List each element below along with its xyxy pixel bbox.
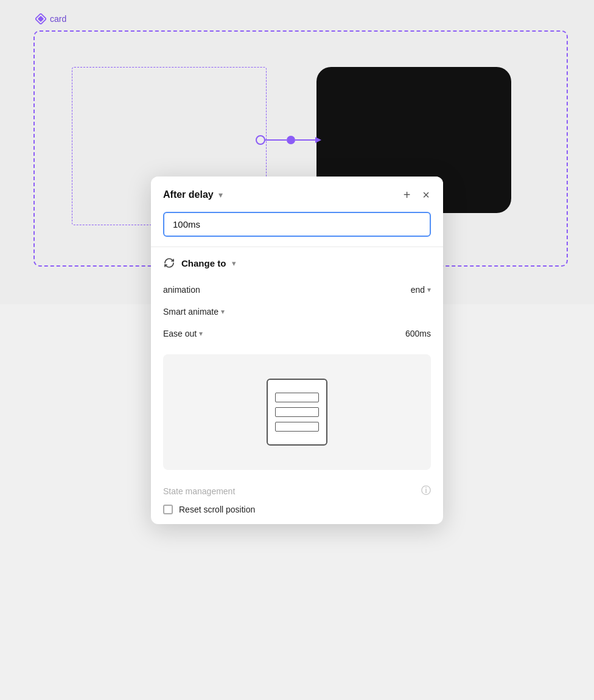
ease-row: Ease out ▾ 600ms bbox=[163, 323, 431, 345]
preview-box bbox=[163, 354, 431, 470]
animation-value-text: end bbox=[411, 285, 425, 295]
popup-header: After delay ▾ + × bbox=[151, 177, 443, 212]
preview-bar-1 bbox=[275, 393, 319, 402]
state-section: State management ⓘ Reset scroll position bbox=[151, 480, 443, 524]
card-title: card bbox=[50, 14, 66, 24]
popup-title: After delay bbox=[163, 189, 214, 200]
sync-icon bbox=[163, 257, 175, 269]
reset-scroll-checkbox[interactable] bbox=[163, 505, 173, 514]
add-button[interactable]: + bbox=[402, 187, 412, 202]
change-to-label: Change to bbox=[181, 258, 226, 268]
state-management-label: State management bbox=[163, 486, 235, 496]
smart-animate-chevron: ▾ bbox=[221, 307, 225, 316]
change-to-row[interactable]: Change to ▾ bbox=[163, 257, 431, 269]
delay-input[interactable] bbox=[163, 212, 431, 237]
svg-point-2 bbox=[256, 136, 265, 144]
ease-label: Ease out bbox=[163, 329, 197, 338]
info-icon[interactable]: ⓘ bbox=[421, 485, 431, 497]
popup-header-actions: + × bbox=[402, 187, 431, 202]
smart-animate-label: Smart animate bbox=[163, 307, 218, 317]
ease-dropdown[interactable]: Ease out ▾ bbox=[163, 329, 203, 338]
props-section: animation end ▾ Smart animate ▾ Ease out… bbox=[151, 274, 443, 349]
card-diamond-icon bbox=[35, 13, 46, 24]
popup-panel: After delay ▾ + × Change to ▾ an bbox=[151, 177, 443, 524]
svg-marker-6 bbox=[315, 137, 321, 143]
close-button[interactable]: × bbox=[421, 187, 431, 202]
preview-bar-3 bbox=[275, 422, 319, 432]
connector-arrow bbox=[254, 128, 327, 152]
card-label: card bbox=[35, 13, 66, 24]
popup-title-row: After delay ▾ bbox=[163, 189, 223, 200]
change-to-chevron[interactable]: ▾ bbox=[232, 259, 236, 268]
svg-point-3 bbox=[287, 136, 295, 144]
preview-bar-2 bbox=[275, 407, 319, 417]
animation-chevron: ▾ bbox=[427, 285, 431, 294]
smart-animate-row[interactable]: Smart animate ▾ bbox=[163, 301, 431, 323]
delay-input-wrap bbox=[151, 212, 443, 247]
state-header-row: State management ⓘ bbox=[163, 485, 431, 497]
popup-title-chevron[interactable]: ▾ bbox=[218, 190, 223, 200]
animation-row: animation end ▾ bbox=[163, 279, 431, 301]
preview-icon bbox=[267, 379, 327, 446]
ease-chevron: ▾ bbox=[199, 329, 203, 338]
reset-scroll-row: Reset scroll position bbox=[163, 505, 431, 514]
animation-label: animation bbox=[163, 285, 200, 295]
ease-duration: 600ms bbox=[405, 329, 431, 338]
svg-rect-1 bbox=[38, 16, 44, 22]
change-to-section: Change to ▾ bbox=[151, 247, 443, 274]
animation-value-dropdown[interactable]: end ▾ bbox=[411, 285, 431, 295]
reset-scroll-label: Reset scroll position bbox=[179, 505, 255, 514]
